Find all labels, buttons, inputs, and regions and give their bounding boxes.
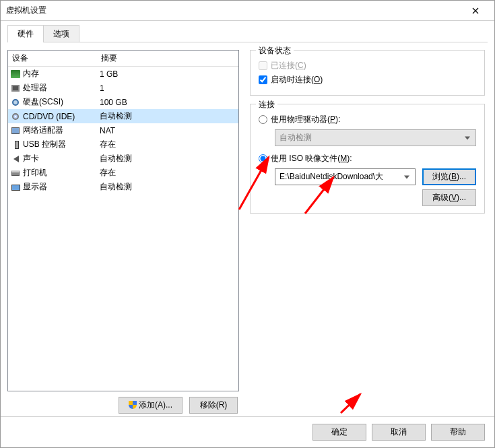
details-panel: 设备状态 已连接(C) 启动时连接(O) 连接 使用物理驱动器(P): 自动检测 [250,50,488,414]
connected-label: 已连接(C) [271,60,306,71]
connection-legend: 连接 [256,99,277,110]
titlebar: 虚拟机设置 [1,1,494,21]
prn-icon [11,170,20,176]
use-iso-label: 使用 ISO 映像文件(M): [271,153,352,164]
table-row[interactable]: 声卡自动检测 [8,152,238,166]
ok-button[interactable]: 确定 [312,424,366,441]
device-summary: 100 GB [97,98,238,107]
physical-drive-combo: 自动检测 [275,129,476,146]
mem-icon [11,70,20,78]
device-summary: 存在 [97,167,238,179]
close-button[interactable] [462,1,489,20]
cpu-icon [11,85,20,92]
vm-settings-window: 虚拟机设置 硬件 选项 设备 摘要 内存1 GB处理器1硬盘(SCSI)100 … [0,0,495,448]
use-physical-label: 使用物理驱动器(P): [271,114,340,125]
device-name: 显示器 [23,181,97,193]
device-summary: 1 [97,84,238,93]
advanced-button[interactable]: 高级(V)... [422,189,476,206]
device-name: 打印机 [23,167,97,179]
hardware-table: 设备 摘要 内存1 GB处理器1硬盘(SCSI)100 GBCD/DVD (ID… [7,50,239,391]
device-name: 硬盘(SCSI) [23,96,97,108]
col-device[interactable]: 设备 [8,51,97,66]
content-area: 设备 摘要 内存1 GB处理器1硬盘(SCSI)100 GBCD/DVD (ID… [1,43,494,416]
hardware-buttons: 添加(A)... 移除(R) [7,391,239,414]
snd-icon [13,156,19,162]
connected-checkbox [259,61,267,70]
table-row[interactable]: 打印机存在 [8,166,238,180]
cancel-button[interactable]: 取消 [372,424,426,441]
table-row[interactable]: CD/DVD (IDE)自动检测 [8,109,238,123]
device-name: 声卡 [23,153,97,164]
connect-at-power-checkbox[interactable] [259,75,267,84]
device-summary: 存在 [97,139,238,150]
device-summary: 自动检测 [97,181,238,193]
table-row[interactable]: 处理器1 [8,81,238,95]
tab-strip: 硬件 选项 [1,21,494,42]
remove-hardware-button[interactable]: 移除(R) [189,397,238,414]
device-name: 内存 [23,68,97,79]
usb-icon [15,141,19,149]
device-summary: 自动检测 [97,153,238,164]
table-row[interactable]: 网络适配器NAT [8,123,238,137]
col-summary[interactable]: 摘要 [97,51,238,66]
dialog-footer: 确定 取消 帮助 [1,416,494,447]
tab-underline [7,42,488,42]
help-button[interactable]: 帮助 [431,424,485,441]
table-row[interactable]: 硬盘(SCSI)100 GB [8,95,238,109]
window-title: 虚拟机设置 [6,5,462,16]
use-physical-radio[interactable] [259,115,267,124]
add-hardware-button[interactable]: 添加(A)... [119,397,183,414]
close-icon [472,7,479,14]
table-row[interactable]: 显示器自动检测 [8,180,238,194]
iso-path-combo[interactable]: E:\BaiduNetdiskDownload\大 [275,168,416,185]
device-summary: NAT [97,126,238,135]
device-summary: 自动检测 [97,110,238,122]
disk-icon [12,99,19,106]
device-name: 网络适配器 [23,125,97,136]
browse-button[interactable]: 浏览(B)... [422,168,476,185]
device-name: CD/DVD (IDE) [23,112,97,121]
device-name: 处理器 [23,82,97,94]
connect-at-power-label: 启动时连接(O) [271,74,323,86]
net-icon [11,127,20,134]
use-iso-radio[interactable] [259,154,267,163]
tab-hardware[interactable]: 硬件 [7,25,44,42]
device-summary: 1 GB [97,69,238,79]
device-status-group: 设备状态 已连接(C) 启动时连接(O) [250,50,485,96]
disp-icon [11,185,20,191]
device-status-legend: 设备状态 [256,45,294,57]
shield-icon [129,401,137,409]
device-name: USB 控制器 [23,139,97,150]
connection-group: 连接 使用物理驱动器(P): 自动检测 使用 ISO 映像文件(M): E:\B… [250,104,485,214]
tab-options[interactable]: 选项 [43,25,79,42]
hardware-table-header: 设备 摘要 [8,51,238,67]
hardware-rows: 内存1 GB处理器1硬盘(SCSI)100 GBCD/DVD (IDE)自动检测… [8,67,238,194]
hardware-panel: 设备 摘要 内存1 GB处理器1硬盘(SCSI)100 GBCD/DVD (ID… [7,50,239,414]
cd-icon [12,113,19,120]
table-row[interactable]: USB 控制器存在 [8,137,238,152]
add-label: 添加(A)... [139,400,172,410]
table-row[interactable]: 内存1 GB [8,67,238,81]
